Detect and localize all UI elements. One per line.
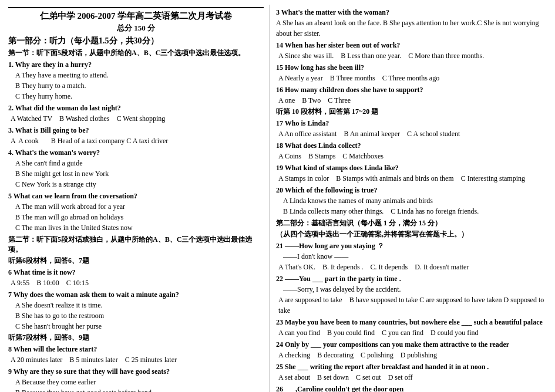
part2-label: 第二部分：基础语言知识（每小题 1 分，满分 15 分） <box>276 218 549 228</box>
question-8: 8 When will the lecture start? A 20 minu… <box>8 344 264 365</box>
question-7: 7 Why does the woman ask them to wait a … <box>8 289 264 332</box>
right-column: 3 What's the matter with the woman? A Sh… <box>270 5 555 392</box>
question-20: 20 Which of the following is true? A Lin… <box>276 185 549 217</box>
question-9: 9 Why are they so sure that they will ha… <box>8 366 264 392</box>
question-3: 3. What is Bill going to be? A A cook B … <box>8 125 264 146</box>
exam-score: 总分 150 分 <box>8 23 264 33</box>
question-2: 2. What did the woman do last night? A W… <box>8 103 264 124</box>
exam-title: 仁弟中学 2006-2007 学年高二英语第二次月考试卷 <box>8 11 264 22</box>
question-24: 24 Only by ___ your compositions can you… <box>276 339 549 360</box>
listen-note-6-7: 听第6段材料，回答6、7题 <box>8 256 264 266</box>
question-21: 21 ——How long are you staying ？ ——I don'… <box>276 241 549 272</box>
listen-note-8-9: 听第7段材料，回答8、9题 <box>8 333 264 343</box>
question-19: 19 What kind of stamps does Linda like? … <box>276 163 549 184</box>
question-1: 1. Why are they in a hurry? A They have … <box>8 59 264 102</box>
section2-label: 第二节：听下面5段对话或独白，从题中所给的A、B、C三个选项中选出最佳选项。 <box>8 235 264 255</box>
part2-instruction: （从四个选项中选出一个正确答案,并将答案写在答题卡上。） <box>276 229 549 239</box>
question-15: 15 How long has she been ill? A Nearly a… <box>276 62 549 83</box>
question-18: 18 What does Linda collect? A Coins B St… <box>276 140 549 161</box>
question-25: 25 She ___ writing the report after brea… <box>276 361 549 383</box>
question-26: 26 ___,Caroline couldn't get the door op… <box>276 384 549 392</box>
section1-label: 第一节：听下面5段对话，从题中所给的A、B、C三个选项中选出最佳选项。 <box>8 48 264 58</box>
question-22: 22 ——You ___ part in the party in time .… <box>276 273 549 316</box>
question-4: 4. What's the woman's worry? A She can't… <box>8 147 264 190</box>
right-question-3: 3 What's the matter with the woman? A Sh… <box>276 7 549 39</box>
left-column: 仁弟中学 2006-2007 学年高二英语第二次月考试卷 总分 150 分 第一… <box>0 5 270 392</box>
listen-note-17-20: 听第 10 段材料，回答第 17~20 题 <box>276 107 549 117</box>
question-17: 17 Who is Linda? A An office assistant B… <box>276 118 549 139</box>
question-23: 23 Maybe you have been to many countries… <box>276 317 549 338</box>
question-6: 6 What time is it now? A 9:55 B 10:00 C … <box>8 267 264 288</box>
question-14: 14 When has her sister been out of work?… <box>276 40 549 61</box>
part1-label: 第一部分：听力（每小题1.5分，共30分） <box>8 36 264 46</box>
question-16: 16 How many children does she have to su… <box>276 85 549 106</box>
question-5: 5 What can we learn from the coversation… <box>8 191 264 233</box>
